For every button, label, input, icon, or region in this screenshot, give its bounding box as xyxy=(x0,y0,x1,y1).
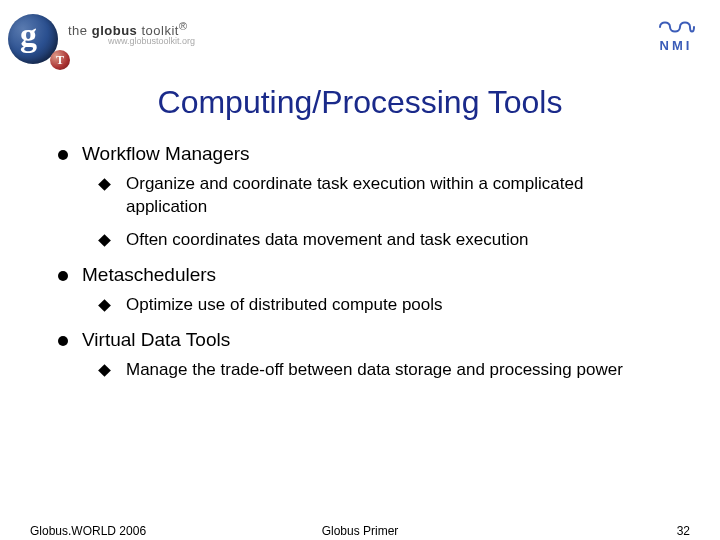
slide-content: Workflow Managers Organize and coordinat… xyxy=(0,143,720,382)
footer-left: Globus.WORLD 2006 xyxy=(30,524,146,538)
globus-t-icon: T xyxy=(50,50,70,70)
slide-header: T the globus toolkit® www.globustoolkit.… xyxy=(0,0,720,70)
registered-mark: ® xyxy=(179,20,187,32)
slide-title: Computing/Processing Tools xyxy=(0,84,720,121)
bullet-text: Virtual Data Tools xyxy=(82,329,230,350)
subbullet-coordinates: Often coordinates data movement and task… xyxy=(96,229,664,252)
bullet-workflow-managers: Workflow Managers Organize and coordinat… xyxy=(56,143,664,252)
footer-page-number: 32 xyxy=(677,524,690,538)
globus-logo: T the globus toolkit® www.globustoolkit.… xyxy=(8,6,238,66)
footer-center: Globus Primer xyxy=(322,524,399,538)
bullet-metaschedulers: Metaschedulers Optimize use of distribut… xyxy=(56,264,664,317)
subbullet-manage: Manage the trade-off between data storag… xyxy=(96,359,664,382)
subbullet-optimize: Optimize use of distributed compute pool… xyxy=(96,294,664,317)
nmi-logo: NMI xyxy=(656,18,696,53)
bullet-virtual-data: Virtual Data Tools Manage the trade-off … xyxy=(56,329,664,382)
bullet-text: Workflow Managers xyxy=(82,143,250,164)
toolkit-word-the: the xyxy=(68,23,88,38)
nmi-swirl-icon xyxy=(656,18,696,36)
toolkit-url: www.globustoolkit.org xyxy=(108,36,195,46)
nmi-label: NMI xyxy=(656,38,696,53)
subbullet-organize: Organize and coordinate task execution w… xyxy=(96,173,664,219)
bullet-text: Metaschedulers xyxy=(82,264,216,285)
